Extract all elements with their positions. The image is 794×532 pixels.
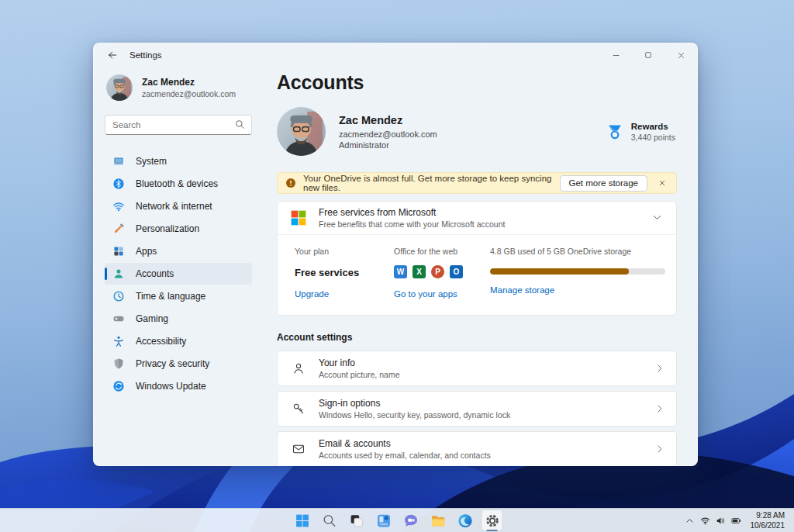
sidebar: Zac Mendez zacmendez@outlook.com SystemB…	[94, 67, 263, 465]
maximize-button[interactable]	[632, 43, 665, 67]
search-input[interactable]	[105, 115, 252, 135]
sidebar-item-system[interactable]: System	[105, 150, 252, 172]
sidebar-item-accessibility[interactable]: Accessibility	[105, 330, 252, 352]
minimize-button[interactable]	[599, 43, 632, 67]
close-button[interactable]	[665, 43, 697, 67]
volume-icon	[716, 516, 726, 526]
gamepad-icon	[112, 313, 125, 325]
avatar-large	[277, 107, 326, 156]
taskbar-start-button[interactable]	[292, 510, 312, 530]
tray-hidden-icons-button[interactable]	[682, 512, 698, 529]
sidebar-user-profile[interactable]: Zac Mendez zacmendez@outlook.com	[105, 71, 252, 104]
sidebar-item-network-internet[interactable]: Network & internet	[105, 195, 252, 217]
key-icon	[292, 402, 306, 416]
person-outline-icon	[292, 361, 306, 375]
minimize-icon	[611, 50, 621, 60]
banner-close-button[interactable]	[654, 175, 670, 191]
settings-window: Settings Zac Mendez zacmendez@outlook.co…	[93, 43, 698, 466]
taskbar-center-icons	[292, 510, 502, 530]
sidebar-item-label: Privacy & security	[136, 358, 209, 369]
settings-row-sign-in-options[interactable]: Sign-in optionsWindows Hello, security k…	[277, 391, 677, 427]
taskbar-widgets-button[interactable]	[374, 510, 394, 530]
storage-progress-bar	[490, 268, 665, 275]
row-subtitle: Windows Hello, security key, password, d…	[319, 410, 510, 420]
start-icon	[294, 513, 310, 529]
settings-row-email-accounts[interactable]: Email & accountsAccounts used by email, …	[277, 431, 677, 465]
search-box	[105, 115, 252, 135]
row-title: Sign-in options	[319, 398, 510, 409]
main-content: Accounts Zac Mendez zacmendez@outlook.co…	[263, 67, 697, 465]
close-icon	[658, 178, 667, 188]
sidebar-item-label: Personalization	[136, 223, 199, 234]
user-name: Zac Mendez	[142, 77, 236, 88]
go-to-apps-link[interactable]: Go to your apps	[394, 289, 457, 299]
taskbar-clock[interactable]: 9:28 AM 10/6/2021	[747, 510, 790, 530]
taskbar-chat-button[interactable]	[401, 510, 421, 530]
taskbar-edge-button[interactable]	[455, 510, 475, 530]
search-icon	[234, 119, 247, 131]
user-email: zacmendez@outlook.com	[142, 89, 236, 98]
system-tray: 9:28 AM 10/6/2021	[682, 509, 790, 532]
excel-icon[interactable]: X	[413, 265, 426, 278]
taskbar-search-button[interactable]	[319, 510, 340, 530]
apps-icon	[112, 245, 125, 257]
settings-row-your-info[interactable]: Your infoAccount picture, name	[277, 351, 677, 386]
shield-icon	[112, 358, 125, 370]
sidebar-item-accounts[interactable]: Accounts	[105, 263, 252, 285]
sidebar-item-apps[interactable]: Apps	[105, 240, 252, 262]
sidebar-item-time-language[interactable]: Time & language	[105, 285, 252, 307]
tray-volume-button[interactable]	[713, 512, 729, 529]
taskbar-file-explorer-button[interactable]	[428, 510, 448, 530]
tray-battery-button[interactable]	[729, 512, 744, 529]
sidebar-item-bluetooth-devices[interactable]: Bluetooth & devices	[105, 173, 252, 195]
close-icon	[676, 50, 686, 60]
storage-progress-fill	[490, 268, 629, 275]
manage-storage-link[interactable]: Manage storage	[490, 285, 554, 295]
back-button[interactable]	[103, 46, 122, 64]
sidebar-item-gaming[interactable]: Gaming	[105, 308, 252, 330]
account-role: Administrator	[339, 140, 437, 150]
search-icon	[321, 513, 337, 529]
person-icon	[112, 268, 125, 280]
brush-icon	[112, 223, 125, 235]
taskbar-task-view-button[interactable]	[347, 510, 367, 530]
wifi-tray-icon	[700, 516, 710, 526]
word-icon[interactable]: W	[394, 265, 407, 278]
office-app-icons: WXPO	[394, 265, 490, 278]
plan-value: Free services	[295, 267, 394, 278]
chevron-down-icon[interactable]	[651, 212, 664, 224]
tray-network-button[interactable]	[698, 512, 713, 529]
bluetooth-icon	[112, 178, 125, 190]
taskview-icon	[348, 513, 364, 529]
chevron-up-icon	[685, 516, 695, 526]
clock-icon	[112, 290, 125, 302]
outlook-icon[interactable]: O	[450, 265, 463, 278]
sidebar-item-label: Bluetooth & devices	[136, 178, 218, 189]
titlebar: Settings	[94, 43, 697, 67]
sidebar-item-windows-update[interactable]: Windows Update	[105, 375, 252, 397]
update-icon	[112, 380, 125, 392]
taskbar-settings-button[interactable]	[482, 510, 502, 530]
edge-icon	[457, 513, 473, 529]
account-header: Zac Mendez zacmendez@outlook.com Adminis…	[277, 107, 677, 156]
powerpoint-icon[interactable]: P	[431, 265, 444, 278]
rewards-icon	[606, 123, 624, 141]
tray-date: 10/6/2021	[751, 520, 785, 530]
chevron-right-icon	[654, 403, 665, 414]
account-settings-heading: Account settings	[277, 332, 677, 343]
plan-label: Your plan	[295, 247, 394, 256]
gear-icon	[484, 513, 500, 529]
sidebar-item-privacy-security[interactable]: Privacy & security	[105, 353, 252, 375]
sidebar-nav: SystemBluetooth & devicesNetwork & inter…	[105, 150, 252, 397]
sidebar-item-label: Accessibility	[136, 336, 186, 347]
get-more-storage-button[interactable]: Get more storage	[560, 175, 647, 192]
upgrade-link[interactable]: Upgrade	[295, 289, 329, 299]
widgets-icon	[375, 513, 392, 529]
chat-icon	[402, 513, 419, 529]
sidebar-item-label: Accounts	[136, 268, 174, 279]
free-services-expander[interactable]: Free services from Microsoft Free benefi…	[278, 202, 676, 235]
back-arrow-icon	[107, 50, 118, 60]
desktop: Settings Zac Mendez zacmendez@outlook.co…	[0, 0, 794, 532]
sidebar-item-personalization[interactable]: Personalization	[105, 218, 252, 240]
rewards-block[interactable]: Rewards 3,440 points	[606, 122, 677, 142]
